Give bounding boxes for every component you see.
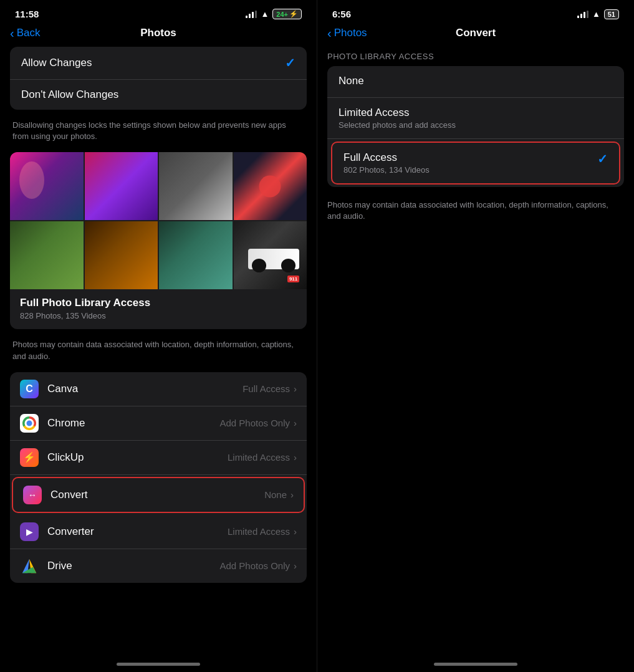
converter-label: Converter: [47, 526, 228, 538]
content-left: Allow Changes ✓ Don't Allow Changes Disa…: [0, 47, 317, 658]
section-header-right: PHOTO LIBRARY ACCESS: [317, 52, 634, 66]
app-row-convert[interactable]: ↔ Convert None ›: [13, 478, 304, 512]
battery-right: 51: [604, 9, 619, 19]
full-access-subtitle: 802 Photos, 134 Videos: [343, 165, 597, 175]
full-access-highlight: Full Access 802 Photos, 134 Videos ✓: [331, 142, 620, 185]
photo-cell-3: [159, 152, 233, 220]
photo-cell-1: [10, 152, 84, 220]
checkmark-icon: ✓: [285, 55, 295, 70]
app-row-drive[interactable]: Drive Add Photos Only ›: [10, 549, 307, 583]
converter-access: Limited Access: [228, 526, 290, 537]
time-left: 11:58: [15, 9, 39, 19]
battery-left: 24+ ⚡: [272, 9, 302, 19]
clickup-access: Limited Access: [228, 452, 290, 463]
canva-access: Full Access: [243, 383, 290, 394]
clickup-label: ClickUp: [47, 451, 228, 464]
convert-icon: ↔: [23, 486, 42, 504]
chevron-right-icon: ›: [294, 452, 297, 463]
page-title-left: Photos: [140, 27, 176, 39]
photo-cell-5: [10, 221, 84, 289]
photo-description: Photos may contain data associated with …: [10, 334, 307, 372]
drive-access: Add Photos Only: [219, 560, 290, 571]
allow-changes-row[interactable]: Allow Changes ✓: [10, 47, 307, 80]
chevron-right-icon: ›: [291, 489, 294, 500]
app-list-card: C Canva Full Access › Chrome Add Photos …: [10, 372, 307, 583]
photo-cell-6: [85, 221, 158, 289]
status-right-right: ▲ 51: [577, 9, 619, 19]
status-bar-right: 6:56 ▲ 51: [317, 0, 634, 24]
app-row-canva[interactable]: C Canva Full Access ›: [10, 372, 307, 406]
canva-icon: C: [20, 380, 39, 398]
page-title-right: Convert: [456, 27, 496, 39]
photo-info: Full Photo Library Access 828 Photos, 13…: [10, 289, 307, 329]
drive-label: Drive: [47, 560, 219, 572]
status-right-left: ▲ 24+ ⚡: [246, 9, 302, 19]
nav-bar-right: ‹ Photos Convert: [317, 24, 634, 47]
none-label: None: [339, 75, 613, 87]
app-row-chrome[interactable]: Chrome Add Photos Only ›: [10, 406, 307, 441]
chrome-label: Chrome: [47, 417, 219, 430]
canva-label: Canva: [47, 383, 243, 395]
wifi-icon-left: ▲: [261, 9, 269, 19]
access-row-none[interactable]: None: [327, 66, 624, 98]
home-indicator-left: [117, 663, 200, 666]
chevron-right-icon: ›: [294, 560, 297, 571]
photo-grid: 911: [10, 152, 307, 289]
right-panel: 6:56 ▲ 51 ‹ Photos Convert PHOTO LIBRARY…: [317, 0, 634, 672]
access-options-card: None Limited Access Selected photos and …: [327, 66, 624, 187]
settings-card: Allow Changes ✓ Don't Allow Changes: [10, 47, 307, 110]
limited-access-subtitle: Selected photos and add access: [339, 120, 613, 130]
full-access-label: Full Access: [343, 151, 597, 164]
drive-icon: [20, 557, 39, 575]
converter-icon: ▶: [20, 522, 39, 541]
convert-label: Convert: [50, 489, 264, 501]
dont-allow-changes-row[interactable]: Don't Allow Changes: [10, 80, 307, 110]
app-row-clickup[interactable]: ⚡ ClickUp Limited Access ›: [10, 441, 307, 475]
app-row-converter[interactable]: ▶ Converter Limited Access ›: [10, 515, 307, 549]
access-description: Photos may contain data associated with …: [317, 194, 634, 232]
back-button-left[interactable]: ‹ Back: [10, 27, 40, 39]
access-row-limited[interactable]: Limited Access Selected photos and add a…: [327, 98, 624, 139]
access-row-full[interactable]: Full Access 802 Photos, 134 Videos ✓: [332, 143, 619, 183]
signal-icon-left: [246, 11, 257, 18]
back-button-right[interactable]: ‹ Photos: [327, 27, 367, 39]
home-indicator-right: [434, 663, 517, 666]
nav-bar-left: ‹ Back Photos: [0, 24, 317, 47]
photo-library-subtitle: 828 Photos, 135 Videos: [20, 311, 297, 320]
convert-row-highlight: ↔ Convert None ›: [12, 477, 305, 513]
chrome-access: Add Photos Only: [219, 418, 290, 428]
chevron-right-icon: ›: [294, 418, 297, 428]
chevron-right-icon: ›: [294, 383, 297, 394]
photo-cell-4: [234, 152, 307, 220]
chevron-left-icon: ‹: [10, 27, 14, 39]
photo-library-card: 911 Full Photo Library Access 828 Photos…: [10, 152, 307, 329]
photo-cell-8: 911: [234, 221, 307, 289]
photo-cell-7: [159, 221, 233, 289]
left-panel: 11:58 ▲ 24+ ⚡ ‹ Back Photos Allo: [0, 0, 317, 672]
convert-access: None: [264, 489, 287, 500]
photo-cell-2: [85, 152, 158, 220]
chevron-left-icon-right: ‹: [327, 27, 332, 39]
clickup-icon: ⚡: [20, 448, 39, 467]
chevron-right-icon: ›: [294, 526, 297, 537]
time-right: 6:56: [332, 9, 351, 19]
limited-access-label: Limited Access: [339, 107, 613, 119]
status-bar-left: 11:58 ▲ 24+ ⚡: [0, 0, 317, 24]
full-access-checkmark: ✓: [597, 151, 608, 166]
allow-changes-label: Allow Changes: [21, 57, 92, 69]
signal-icon-right: [577, 11, 588, 18]
chrome-icon: [20, 414, 39, 433]
dont-allow-changes-label: Don't Allow Changes: [21, 89, 118, 101]
wifi-icon-right: ▲: [592, 9, 600, 19]
settings-description: Disallowing changes locks the settings s…: [10, 115, 307, 152]
photo-library-title: Full Photo Library Access: [20, 297, 297, 309]
